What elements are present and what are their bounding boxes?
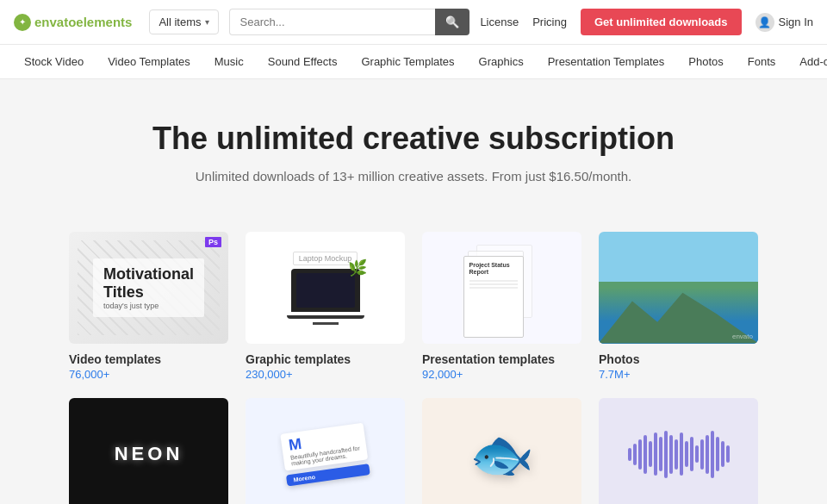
chevron-down-icon: ▾	[205, 17, 209, 27]
card-title-presentation: Presentation templates	[422, 352, 581, 366]
neon-text: NEON	[115, 443, 183, 465]
cta-button[interactable]: Get unlimited downloads	[581, 9, 742, 35]
logo[interactable]: envatoelements	[14, 14, 132, 31]
hero-subtitle: Unlimited downloads of 13+ million creat…	[17, 169, 810, 184]
waveform	[628, 428, 730, 480]
card-image-presentation: Project StatusReport	[422, 232, 581, 344]
logo-icon	[14, 14, 31, 31]
nav-sound-effects[interactable]: Sound Effects	[258, 45, 348, 79]
card-title-photos: Photos	[599, 352, 758, 366]
category-dropdown[interactable]: All items ▾	[149, 9, 218, 34]
card-photos[interactable]: envato Photos 7.7M+	[599, 232, 758, 381]
grid-container: MotivationalTitles today's just type Ps …	[69, 232, 758, 504]
hero-title: The unlimited creative subscription	[17, 121, 810, 157]
card-image-fonts: NEON	[69, 398, 228, 504]
card-image-photos: envato	[599, 232, 758, 344]
card-music[interactable]: Royalty-Free Music 130,000+	[599, 398, 758, 504]
card-count-graphic: 230,000+	[246, 368, 405, 381]
card-video-templates[interactable]: MotivationalTitles today's just type Ps …	[69, 232, 228, 381]
search-button[interactable]	[435, 9, 469, 35]
card-presentation-templates[interactable]: Project StatusReport Presentation templa…	[422, 232, 581, 381]
search-input[interactable]	[229, 9, 436, 35]
nav-graphic-templates[interactable]: Graphic Templates	[351, 45, 464, 79]
nav-video-templates[interactable]: Video Templates	[97, 45, 201, 79]
card-count-presentation: 92,000+	[422, 368, 581, 381]
nav-photos[interactable]: Photos	[678, 45, 733, 79]
card-title-graphic: Graphic templates	[246, 352, 405, 366]
header: envatoelements All items ▾ License Prici…	[0, 0, 827, 45]
card-3d[interactable]: 🐟 3D 180,000+	[422, 398, 581, 504]
nav-graphics[interactable]: Graphics	[469, 45, 534, 79]
pricing-link[interactable]: Pricing	[532, 16, 567, 28]
search-bar	[229, 9, 470, 35]
card-image-3d: 🐟	[422, 398, 581, 504]
card-title-video: Video templates	[69, 352, 228, 366]
card-count-photos: 7.7M+	[599, 368, 758, 381]
card-image-graphic: Laptop Mockup 🌿	[246, 232, 405, 344]
card-image-music	[599, 398, 758, 504]
nav-addons[interactable]: Add-ons	[789, 45, 827, 79]
card-image-wordpress: M Beautifully handcrafted for making you…	[246, 398, 405, 504]
user-icon: 👤	[755, 13, 774, 32]
license-link[interactable]: License	[480, 16, 519, 28]
card-wordpress[interactable]: M Beautifully handcrafted for making you…	[246, 398, 405, 504]
category-grid: MotivationalTitles today's just type Ps …	[0, 211, 827, 504]
nav-music[interactable]: Music	[204, 45, 254, 79]
logo-text: envatoelements	[34, 15, 132, 29]
fish-image: 🐟	[469, 424, 534, 485]
header-links: License Pricing Get unlimited downloads …	[480, 9, 813, 35]
card-graphic-templates[interactable]: Laptop Mockup 🌿 Graphic templates 230,00…	[246, 232, 405, 381]
nav-stock-video[interactable]: Stock Video	[14, 45, 94, 79]
hero-section: The unlimited creative subscription Unli…	[0, 79, 827, 211]
main-nav: Stock Video Video Templates Music Sound …	[0, 45, 827, 79]
card-fonts[interactable]: NEON Fonts 35,000+	[69, 398, 228, 504]
nav-presentation-templates[interactable]: Presentation Templates	[538, 45, 675, 79]
card-count-video: 76,000+	[69, 368, 228, 381]
sign-in-button[interactable]: 👤 Sign In	[755, 13, 813, 32]
nav-fonts[interactable]: Fonts	[737, 45, 787, 79]
card-image-video: MotivationalTitles today's just type Ps	[69, 232, 228, 344]
